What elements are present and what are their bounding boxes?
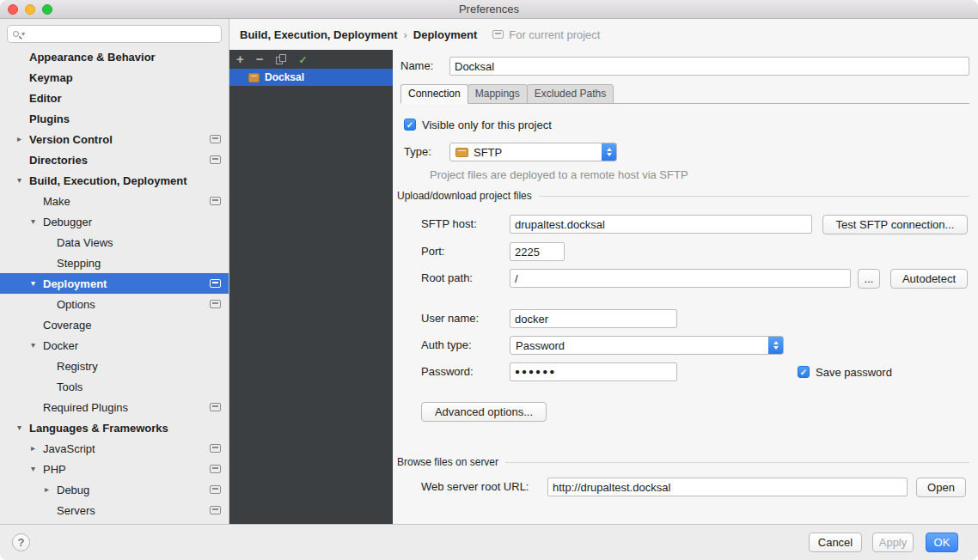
sidebar-item-version-control[interactable]: Version Control (0, 129, 229, 149)
sidebar-item-directories[interactable]: Directories (0, 149, 229, 170)
settings-search-input[interactable] (28, 27, 221, 41)
autodetect-button[interactable]: Autodetect (890, 269, 968, 289)
sidebar-item-plugins[interactable]: Plugins (0, 108, 229, 129)
expanded-arrow-icon (17, 170, 29, 191)
settings-tree: Appearance & Behavior Keymap Editor Plug… (0, 46, 229, 520)
visible-only-checkbox[interactable]: Visible only for this project (404, 118, 552, 131)
server-list-panel: + − ✓ Docksal (229, 50, 393, 524)
minimize-button[interactable] (25, 4, 35, 15)
use-as-default-button[interactable]: ✓ (299, 51, 308, 69)
sidebar-item-make[interactable]: Make (0, 191, 229, 211)
tab-mappings[interactable]: Mappings (468, 84, 528, 104)
web-root-input[interactable] (547, 478, 908, 496)
save-password-checkbox[interactable]: Save password (798, 365, 892, 379)
project-settings-icon (210, 506, 221, 514)
type-value: SFTP (474, 146, 596, 159)
expanded-arrow-icon (31, 211, 43, 232)
open-url-button[interactable]: Open (916, 478, 966, 497)
cancel-button[interactable]: Cancel (809, 533, 862, 552)
expanded-arrow-icon (31, 459, 43, 479)
advanced-options-button[interactable]: Advanced options... (421, 402, 547, 422)
settings-search-field[interactable]: ▾ (7, 25, 222, 43)
project-settings-icon (210, 444, 221, 453)
combo-stepper-icon (768, 337, 783, 354)
type-help-text: Project files are deployed to a remote h… (430, 168, 688, 181)
root-path-input[interactable] (510, 269, 851, 288)
apply-button[interactable]: Apply (872, 533, 914, 552)
sidebar-item-tools[interactable]: Tools (0, 376, 229, 397)
expanded-arrow-icon (31, 335, 43, 356)
sidebar-item-stepping[interactable]: Stepping (0, 253, 229, 273)
sidebar-item-debug[interactable]: Debug (0, 479, 229, 500)
add-server-button[interactable]: + (236, 51, 244, 68)
port-input[interactable] (510, 242, 565, 261)
sidebar-item-appearance-behavior[interactable]: Appearance & Behavior (0, 46, 229, 67)
search-chevron-icon: ▾ (21, 30, 25, 38)
project-settings-icon (210, 135, 221, 143)
current-project-icon (492, 30, 504, 39)
sidebar-item-javascript[interactable]: JavaScript (0, 438, 229, 459)
sftp-host-input[interactable] (510, 215, 812, 234)
server-list-toolbar: + − ✓ (229, 50, 393, 69)
type-select[interactable]: SFTP (449, 143, 617, 161)
port-label: Port: (421, 242, 444, 261)
project-settings-icon (210, 485, 221, 494)
server-icon (248, 73, 260, 82)
copy-icon (279, 54, 286, 62)
preferences-window: Preferences ▾ Appearance & Behavior Keym… (0, 0, 978, 560)
section-divider (505, 462, 969, 463)
section-divider (539, 196, 969, 197)
add-icon: + (236, 52, 244, 66)
sidebar-item-build-execution-deployment[interactable]: Build, Execution, Deployment (0, 170, 229, 191)
name-input[interactable] (449, 57, 969, 76)
collapsed-arrow-icon (17, 129, 29, 149)
auth-type-select[interactable]: Password (510, 336, 784, 355)
password-input[interactable] (510, 362, 677, 381)
collapsed-arrow-icon (31, 438, 43, 459)
breadcrumb-section[interactable]: Build, Execution, Deployment (240, 28, 397, 41)
type-label: Type: (404, 143, 431, 161)
name-label: Name: (400, 57, 433, 76)
help-button[interactable]: ? (12, 533, 30, 551)
sidebar-item-required-plugins[interactable]: Required Plugins (0, 397, 229, 417)
sidebar-item-servers[interactable]: Servers (0, 500, 229, 520)
sidebar-item-docker[interactable]: Docker (0, 335, 229, 356)
use-as-default-icon: ✓ (299, 54, 308, 66)
breadcrumb: Build, Execution, Deployment › Deploymen… (229, 19, 978, 50)
auth-type-label: Auth type: (421, 336, 472, 355)
zoom-button[interactable] (42, 4, 52, 15)
search-icon (13, 31, 19, 37)
copy-server-button[interactable] (276, 54, 287, 65)
sidebar-item-languages-frameworks[interactable]: Languages & Frameworks (0, 417, 229, 438)
sidebar-item-editor[interactable]: Editor (0, 88, 229, 108)
server-list-item-docksal[interactable]: Docksal (229, 69, 393, 86)
ok-button[interactable]: OK (926, 533, 958, 552)
window-title: Preferences (459, 3, 519, 15)
checkbox-checked-icon (798, 366, 810, 378)
sidebar-item-options[interactable]: Options (0, 294, 229, 314)
user-name-input[interactable] (510, 309, 677, 328)
test-sftp-connection-button[interactable]: Test SFTP connection... (822, 215, 968, 234)
tab-connection[interactable]: Connection (400, 84, 468, 104)
checkbox-checked-icon (404, 119, 416, 131)
user-name-label: User name: (421, 309, 479, 328)
breadcrumb-separator: › (403, 28, 406, 41)
collapsed-arrow-icon (45, 479, 57, 500)
project-settings-icon (210, 197, 221, 205)
sidebar-item-debugger[interactable]: Debugger (0, 211, 229, 232)
root-path-label: Root path: (421, 269, 473, 288)
sidebar-item-coverage[interactable]: Coverage (0, 314, 229, 335)
project-settings-icon (210, 279, 221, 288)
settings-sidebar: ▾ Appearance & Behavior Keymap Editor Pl… (0, 19, 229, 524)
tab-excluded-paths[interactable]: Excluded Paths (527, 84, 614, 104)
sidebar-item-php[interactable]: PHP (0, 459, 229, 479)
sidebar-item-registry[interactable]: Registry (0, 356, 229, 376)
sidebar-item-keymap[interactable]: Keymap (0, 67, 229, 88)
project-settings-icon (210, 155, 221, 164)
sidebar-item-data-views[interactable]: Data Views (0, 232, 229, 253)
remove-server-button[interactable]: − (256, 51, 264, 68)
title-bar: Preferences (0, 0, 978, 19)
close-button[interactable] (8, 4, 18, 15)
browse-root-path-button[interactable]: ... (858, 269, 880, 289)
sidebar-item-deployment[interactable]: Deployment (0, 273, 229, 294)
